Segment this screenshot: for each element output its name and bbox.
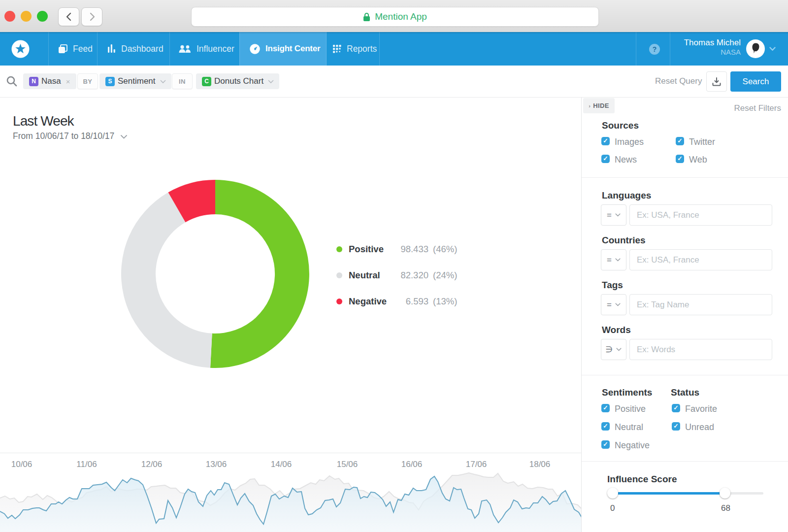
svg-text:?: ?: [653, 45, 657, 53]
